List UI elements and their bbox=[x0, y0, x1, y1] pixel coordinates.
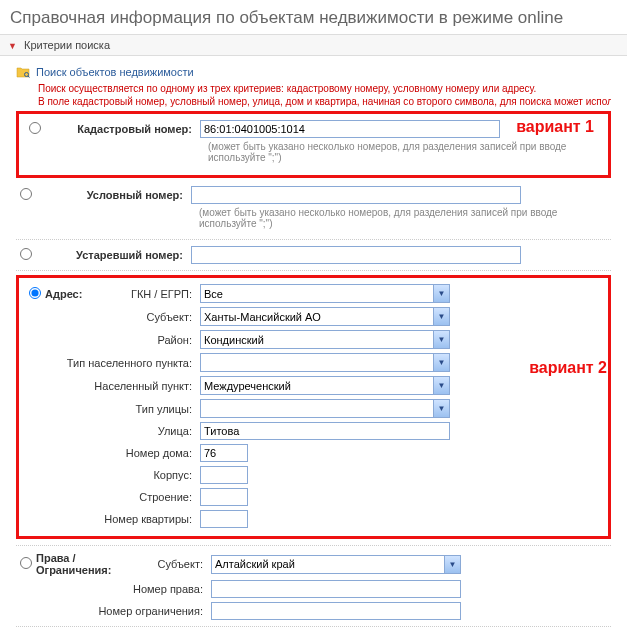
divider bbox=[16, 626, 611, 627]
divider bbox=[16, 270, 611, 271]
street-input[interactable] bbox=[200, 422, 450, 440]
limit-no-input[interactable] bbox=[211, 602, 461, 620]
structure-input[interactable] bbox=[200, 488, 248, 506]
folder-search-icon bbox=[16, 66, 30, 78]
search-header: Поиск объектов недвижимости bbox=[16, 62, 611, 81]
flat-input[interactable] bbox=[200, 510, 248, 528]
address-label: Адрес: bbox=[45, 288, 95, 300]
conditional-radio[interactable] bbox=[20, 188, 32, 200]
cadastral-radio[interactable] bbox=[29, 122, 41, 134]
svg-line-1 bbox=[28, 76, 30, 78]
flat-label: Номер квартиры: bbox=[25, 513, 200, 525]
conditional-hint: (может быть указано несколько номеров, д… bbox=[16, 206, 611, 235]
rights-subject-label: Субъект: bbox=[156, 558, 211, 570]
cadastral-hint: (может быть указано несколько номеров, д… bbox=[25, 140, 602, 169]
address-radio[interactable] bbox=[29, 287, 41, 299]
house-input[interactable] bbox=[200, 444, 248, 462]
criteria-header-bar: ▼ Критерии поиска bbox=[0, 34, 627, 56]
rights-subject-select[interactable] bbox=[211, 555, 461, 574]
building-input[interactable] bbox=[200, 466, 248, 484]
gkn-label: ГКН / ЕГРП: bbox=[95, 288, 200, 300]
old-number-radio[interactable] bbox=[20, 248, 32, 260]
district-select[interactable] bbox=[200, 330, 450, 349]
collapse-icon[interactable]: ▼ bbox=[8, 41, 17, 51]
search-panel: Поиск объектов недвижимости Поиск осущес… bbox=[0, 56, 627, 628]
settlement-type-label: Тип населенного пункта: bbox=[25, 357, 200, 369]
gkn-select[interactable] bbox=[200, 284, 450, 303]
house-label: Номер дома: bbox=[25, 447, 200, 459]
cadastral-label: Кадастровый номер: bbox=[45, 123, 200, 135]
right-no-label: Номер права: bbox=[16, 583, 211, 595]
divider bbox=[16, 239, 611, 240]
settlement-select[interactable] bbox=[200, 376, 450, 395]
search-note: Поиск осуществляется по одному из трех к… bbox=[16, 81, 611, 96]
old-number-label: Устаревший номер: bbox=[36, 249, 191, 261]
search-note-2: В поле кадастровый номер, условный номер… bbox=[16, 96, 611, 109]
limit-no-label: Номер ограничения: bbox=[16, 605, 211, 617]
cadastral-input[interactable] bbox=[200, 120, 500, 138]
conditional-label: Условный номер: bbox=[36, 189, 191, 201]
old-number-input[interactable] bbox=[191, 246, 521, 264]
settlement-label: Населенный пункт: bbox=[25, 380, 200, 392]
right-no-input[interactable] bbox=[211, 580, 461, 598]
district-label: Район: bbox=[25, 334, 200, 346]
street-type-label: Тип улицы: bbox=[25, 403, 200, 415]
rights-radio[interactable] bbox=[20, 557, 32, 569]
criteria-header-label: Критерии поиска bbox=[24, 39, 110, 51]
settlement-type-select[interactable] bbox=[200, 353, 450, 372]
building-label: Корпус: bbox=[25, 469, 200, 481]
street-type-select[interactable] bbox=[200, 399, 450, 418]
rights-label: Права / Ограничения: bbox=[36, 552, 156, 576]
structure-label: Строение: bbox=[25, 491, 200, 503]
subject-select[interactable] bbox=[200, 307, 450, 326]
variant-1-label: вариант 1 bbox=[516, 118, 594, 136]
street-label: Улица: bbox=[25, 425, 200, 437]
divider bbox=[16, 545, 611, 546]
highlight-variant-1: вариант 1 Кадастровый номер: (может быть… bbox=[16, 111, 611, 178]
conditional-input[interactable] bbox=[191, 186, 521, 204]
subject-label: Субъект: bbox=[25, 311, 200, 323]
highlight-variant-2: Адрес: ГКН / ЕГРП: ▼ Субъект: ▼ Район: ▼… bbox=[16, 275, 611, 539]
page-title: Справочная информация по объектам недвиж… bbox=[0, 0, 627, 34]
variant-2-label: вариант 2 bbox=[529, 359, 607, 377]
search-header-label: Поиск объектов недвижимости bbox=[36, 66, 194, 78]
